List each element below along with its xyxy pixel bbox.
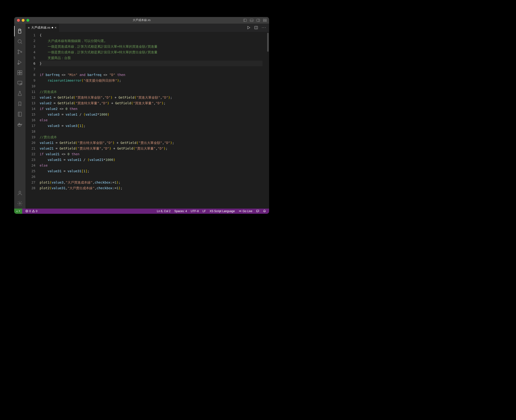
svg-rect-0 xyxy=(244,19,247,22)
editor-area: ≡ 大戶成本線.xs × ··· 12345678910111213141516… xyxy=(25,24,269,209)
activity-bar xyxy=(14,24,25,209)
remote-explorer-icon[interactable] xyxy=(14,78,25,88)
svg-rect-9 xyxy=(265,21,266,22)
more-actions-icon[interactable]: ··· xyxy=(262,25,266,30)
traffic-lights xyxy=(14,19,29,22)
svg-line-11 xyxy=(21,43,22,44)
go-live[interactable]: Go Live xyxy=(237,210,253,213)
run-file-icon[interactable] xyxy=(247,26,250,30)
cursor-position[interactable]: Ln 6, Col 2 xyxy=(156,210,172,213)
svg-point-10 xyxy=(18,40,21,43)
svg-point-30 xyxy=(19,203,21,204)
tab-modified-indicator xyxy=(52,27,53,28)
main-area: ≡ 大戶成本線.xs × ··· 12345678910111213141516… xyxy=(14,24,269,209)
title-layout-controls xyxy=(243,18,267,22)
svg-rect-2 xyxy=(250,19,253,22)
status-bar: 0 0 Ln 6, Col 2 Spaces: 4 UTF-8 LF XS Sc… xyxy=(14,209,269,214)
svg-rect-6 xyxy=(263,19,265,20)
eol[interactable]: LF xyxy=(201,210,207,213)
source-control-icon[interactable] xyxy=(14,47,25,57)
extensions-icon[interactable] xyxy=(14,68,25,78)
close-tab-icon[interactable]: × xyxy=(54,26,56,30)
svg-rect-28 xyxy=(19,123,20,124)
notebook-icon[interactable] xyxy=(14,109,25,119)
scrollbar-thumb[interactable] xyxy=(267,33,269,52)
toggle-panel-icon[interactable] xyxy=(250,18,253,22)
code-content[interactable]: { 大戶成本線有兩個線圖，可以分開勾選, 一個是買進成本線，計算方式都是累計當日… xyxy=(40,32,263,209)
tab-label: 大戶成本線.xs xyxy=(31,25,51,30)
code-editor[interactable]: 1234567891011121314151617181920212223242… xyxy=(25,32,269,209)
indentation[interactable]: Spaces: 4 xyxy=(173,210,188,213)
maximize-window-button[interactable] xyxy=(26,19,29,22)
problems-indicator[interactable]: 0 0 xyxy=(24,210,38,213)
minimize-window-button[interactable] xyxy=(22,19,24,22)
tab-file[interactable]: ≡ 大戶成本線.xs × xyxy=(25,24,59,32)
vscode-window: 大戶成本線.xs ≡ xyxy=(14,17,269,214)
feedback-icon[interactable] xyxy=(255,210,260,213)
editor-toolbar: ··· xyxy=(247,24,269,32)
minimap[interactable] xyxy=(263,32,267,209)
customize-layout-icon[interactable] xyxy=(263,18,267,22)
run-debug-icon[interactable] xyxy=(14,57,25,68)
svg-rect-17 xyxy=(18,73,20,75)
warning-count: 0 xyxy=(36,210,38,213)
svg-rect-18 xyxy=(20,73,22,75)
svg-rect-4 xyxy=(257,19,260,22)
svg-point-12 xyxy=(18,50,19,51)
svg-rect-7 xyxy=(265,19,266,20)
svg-point-13 xyxy=(18,52,19,54)
bookmarks-icon[interactable] xyxy=(14,99,25,109)
window-title: 大戶成本線.xs xyxy=(14,18,269,22)
svg-rect-20 xyxy=(18,81,22,84)
svg-point-14 xyxy=(21,51,22,52)
language-mode[interactable]: XS Script Language xyxy=(208,210,236,213)
split-editor-icon[interactable] xyxy=(254,26,258,30)
accounts-icon[interactable] xyxy=(14,188,25,198)
search-icon[interactable] xyxy=(14,36,25,47)
toggle-primary-sidebar-icon[interactable] xyxy=(243,18,247,22)
titlebar: 大戶成本線.xs xyxy=(14,17,269,24)
svg-point-38 xyxy=(240,211,241,211)
close-window-button[interactable] xyxy=(17,19,20,22)
svg-point-29 xyxy=(19,191,21,193)
encoding[interactable]: UTF-8 xyxy=(190,210,200,213)
svg-rect-16 xyxy=(18,71,20,72)
vertical-scrollbar[interactable] xyxy=(267,32,269,209)
tab-file-icon: ≡ xyxy=(28,26,30,30)
editor-tabs: ≡ 大戶成本線.xs × ··· xyxy=(25,24,269,32)
settings-gear-icon[interactable] xyxy=(14,198,25,209)
testing-icon[interactable] xyxy=(14,88,25,99)
explorer-icon[interactable] xyxy=(14,26,25,36)
docker-icon[interactable] xyxy=(14,119,25,130)
svg-rect-23 xyxy=(18,112,22,116)
svg-rect-8 xyxy=(263,21,265,22)
error-count: 0 xyxy=(29,210,31,213)
toggle-secondary-sidebar-icon[interactable] xyxy=(256,18,260,22)
notifications-bell-icon[interactable] xyxy=(262,210,267,213)
line-gutter: 1234567891011121314151617181920212223242… xyxy=(25,32,40,209)
remote-indicator[interactable] xyxy=(14,209,22,214)
svg-rect-19 xyxy=(20,71,22,72)
